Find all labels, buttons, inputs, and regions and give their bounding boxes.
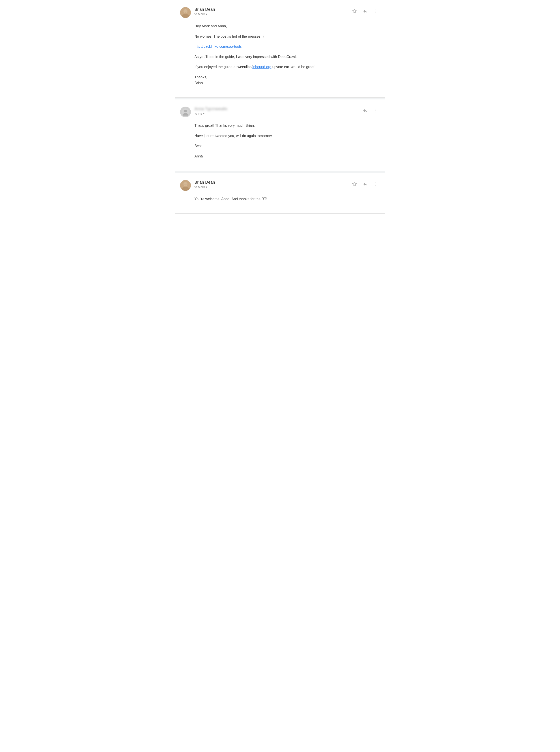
svg-point-17 — [376, 182, 376, 183]
inbound-link[interactable]: inbound.org — [253, 65, 272, 69]
email-actions-1 — [350, 7, 380, 15]
dropdown-arrow-3[interactable]: ▾ — [206, 185, 207, 188]
body-para-1-5: If you enjoyed the guide a tweet/like/in… — [195, 64, 380, 70]
svg-point-6 — [376, 12, 376, 13]
sender-info-3: Brian Dean to Mark ▾ — [195, 180, 215, 189]
email-body-1: Hey Mark and Anna, No worries. The post … — [195, 23, 380, 86]
star-button-1[interactable] — [350, 7, 358, 15]
body-para-2-2: Have just re-tweeted you, will do again … — [195, 133, 380, 139]
svg-point-18 — [376, 184, 376, 184]
avatar-3 — [180, 180, 191, 191]
recipient-line-3: to Mark ▾ — [195, 185, 215, 189]
sender-name-1: Brian Dean — [195, 7, 215, 12]
email-message-1: Brian Dean to Mark ▾ — [175, 0, 385, 98]
more-button-2[interactable] — [372, 107, 380, 115]
email-actions-3 — [350, 180, 380, 188]
body-para-1-4: As you'll see in the guide, I was very i… — [195, 54, 380, 60]
svg-point-4 — [376, 9, 376, 10]
recipient-line-2: to me ▾ — [195, 112, 227, 115]
email-body-3: You're welcome, Anna. And thanks for the… — [195, 196, 380, 202]
email-header-2: Anna Tgcrnweallo to me ▾ — [180, 107, 380, 117]
dropdown-arrow-1[interactable]: ▾ — [206, 13, 207, 16]
email-body-2: That's great! Thanks very much Brian. Ha… — [195, 123, 380, 159]
more-button-1[interactable] — [372, 7, 380, 15]
sender-info-1: Brian Dean to Mark ▾ — [195, 7, 215, 16]
avatar-1 — [180, 7, 191, 18]
email-message-3: Brian Dean to Mark ▾ — [175, 173, 385, 214]
reply-button-2[interactable] — [361, 107, 369, 115]
sender-name-3: Brian Dean — [195, 180, 215, 185]
svg-point-11 — [376, 110, 376, 111]
sender-info-2: Anna Tgcrnweallo to me ▾ — [195, 107, 227, 115]
email-message-2: Anna Tgcrnweallo to me ▾ — [175, 99, 385, 171]
recipient-line-1: to Mark ▾ — [195, 12, 215, 16]
sender-name-2: Anna Tgcrnweallo — [195, 107, 227, 111]
svg-point-8 — [184, 110, 187, 113]
body-para-2-3: Best, — [195, 143, 380, 149]
svg-point-19 — [376, 185, 376, 186]
avatar-2 — [180, 107, 191, 117]
star-button-3[interactable] — [350, 180, 358, 188]
svg-point-12 — [376, 112, 376, 113]
body-para-1-3: http://backlinko.com/seo-tools — [195, 44, 380, 49]
recipient-text-3: to Mark — [195, 185, 205, 189]
recipient-text-1: to Mark — [195, 12, 205, 16]
separator-2 — [175, 171, 385, 173]
email-header-left-2: Anna Tgcrnweallo to me ▾ — [180, 107, 227, 117]
body-para-2-1: That's great! Thanks very much Brian. — [195, 123, 380, 128]
email-header-3: Brian Dean to Mark ▾ — [180, 180, 380, 191]
backlinko-link[interactable]: http://backlinko.com/seo-tools — [195, 45, 242, 48]
body-para-1-6: Thanks,Brian — [195, 74, 380, 86]
separator-1 — [175, 98, 385, 99]
body-para-1-1: Hey Mark and Anna, — [195, 23, 380, 29]
reply-button-3[interactable] — [361, 180, 369, 188]
reply-button-1[interactable] — [361, 7, 369, 15]
email-header-left-3: Brian Dean to Mark ▾ — [180, 180, 215, 191]
body-para-1-2: No worries. The post is hot of the press… — [195, 34, 380, 39]
body-para-3-1: You're welcome, Anna. And thanks for the… — [195, 196, 380, 202]
email-header-1: Brian Dean to Mark ▾ — [180, 7, 380, 18]
dropdown-arrow-2[interactable]: ▾ — [203, 112, 204, 115]
email-actions-2 — [361, 107, 380, 115]
svg-point-10 — [376, 109, 376, 109]
body-para-2-4: Anna — [195, 154, 380, 159]
svg-point-5 — [376, 11, 376, 12]
email-header-left-1: Brian Dean to Mark ▾ — [180, 7, 215, 18]
more-button-3[interactable] — [372, 180, 380, 188]
email-thread: Brian Dean to Mark ▾ — [175, 0, 385, 214]
recipient-text-2: to me — [195, 112, 202, 115]
